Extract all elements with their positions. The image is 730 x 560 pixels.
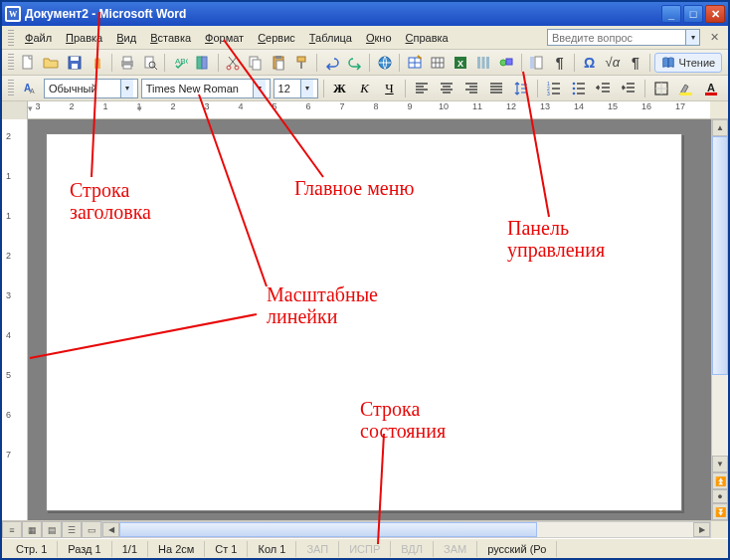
web-view-icon[interactable]: ▦ (22, 521, 42, 538)
next-page-icon[interactable]: ⏬ (712, 503, 728, 520)
normal-view-icon[interactable]: ≡ (2, 521, 22, 538)
drawing-icon[interactable] (496, 52, 517, 74)
svg-rect-54 (680, 93, 692, 95)
spellcheck-icon[interactable]: ABC (169, 52, 190, 74)
menu-file[interactable]: Файл (18, 29, 59, 47)
line-spacing-icon[interactable] (510, 78, 532, 99)
hscroll-thumb[interactable] (119, 522, 537, 537)
menu-tools[interactable]: Сервис (251, 29, 302, 47)
status-pages[interactable]: 1/1 (112, 541, 148, 557)
prev-page-icon[interactable]: ⏫ (712, 472, 728, 489)
align-center-icon[interactable] (436, 78, 457, 99)
pilcrow2-icon[interactable]: ¶ (625, 52, 645, 74)
alpha-icon[interactable]: √α (602, 52, 623, 74)
menu-view[interactable]: Вид (109, 29, 143, 47)
bullet-list-icon[interactable] (568, 78, 590, 99)
scroll-up-icon[interactable]: ▲ (712, 119, 728, 136)
svg-rect-4 (71, 57, 79, 61)
close-button[interactable]: ✕ (705, 5, 725, 23)
tables-borders-icon[interactable] (404, 52, 425, 74)
status-col[interactable]: Кол 1 (248, 541, 296, 557)
status-ovr[interactable]: ЗАМ (434, 541, 477, 557)
svg-rect-24 (297, 57, 305, 62)
reading-view-icon[interactable]: ▭ (82, 521, 101, 538)
menu-insert[interactable]: Вставка (143, 29, 198, 47)
formatting-toolbar: AA Обычный▾ Times New Roman▾ 12▾ Ж К Ч 1… (2, 76, 728, 101)
font-color-icon[interactable]: A (700, 78, 722, 99)
redo-icon[interactable] (344, 52, 365, 74)
scroll-thumb[interactable] (712, 136, 728, 375)
svg-rect-37 (482, 57, 485, 69)
minimize-button[interactable]: _ (661, 5, 681, 23)
reading-label: Чтение (678, 57, 715, 69)
insert-table-icon[interactable] (427, 52, 448, 74)
borders-icon[interactable] (650, 78, 672, 99)
preview-icon[interactable] (139, 52, 160, 74)
excel-icon[interactable]: X (451, 52, 471, 74)
permission-icon[interactable] (87, 52, 107, 74)
align-justify-icon[interactable] (485, 78, 507, 99)
status-line[interactable]: Ст 1 (205, 541, 248, 557)
indent-icon[interactable] (618, 78, 639, 99)
status-page[interactable]: Стр. 1 (6, 541, 58, 557)
status-lang[interactable]: русский (Ро (477, 541, 557, 557)
open-icon[interactable] (41, 52, 62, 74)
menu-table[interactable]: Таблица (302, 29, 359, 47)
status-section[interactable]: Разд 1 (58, 541, 111, 557)
size-combo[interactable]: 12▾ (274, 79, 318, 98)
horizontal-ruler[interactable]: 3211234567891011121314151617▾▾ (2, 101, 728, 119)
status-bar: Стр. 1 Разд 1 1/1 На 2см Ст 1 Кол 1 ЗАП … (2, 538, 728, 558)
vertical-ruler[interactable]: 211234567 (2, 119, 28, 520)
hyperlink-icon[interactable] (374, 52, 395, 74)
scroll-right-icon[interactable]: ▶ (693, 522, 710, 537)
menu-edit[interactable]: Правка (59, 29, 109, 47)
special-char-icon[interactable]: Ω (579, 52, 600, 74)
bold-button[interactable]: Ж (329, 78, 351, 99)
scroll-down-icon[interactable]: ▼ (712, 456, 728, 472)
cut-icon[interactable] (223, 52, 244, 74)
align-left-icon[interactable] (411, 78, 433, 99)
status-trk[interactable]: ИСПР (339, 541, 391, 557)
italic-button[interactable]: К (354, 78, 376, 99)
browse-object-icon[interactable]: ● (712, 489, 728, 503)
print-icon[interactable] (116, 52, 137, 74)
font-combo[interactable]: Times New Roman▾ (141, 79, 271, 98)
save-icon[interactable] (64, 52, 85, 74)
highlight-icon[interactable] (675, 78, 697, 99)
paste-icon[interactable] (269, 52, 289, 74)
status-rec[interactable]: ЗАП (296, 541, 339, 557)
status-at[interactable]: На 2см (148, 541, 205, 557)
undo-icon[interactable] (321, 52, 342, 74)
print-view-icon[interactable]: ▤ (42, 521, 62, 538)
doc-map-icon[interactable] (526, 52, 547, 74)
menu-format[interactable]: Формат (198, 29, 251, 47)
reading-layout-button[interactable]: Чтение (654, 53, 722, 73)
new-doc-icon[interactable] (18, 52, 39, 74)
research-icon[interactable] (193, 52, 214, 74)
underline-button[interactable]: Ч (378, 78, 400, 99)
maximize-button[interactable]: □ (683, 5, 703, 23)
style-combo[interactable]: Обычный▾ (44, 79, 138, 98)
styles-pane-icon[interactable]: AA (19, 78, 41, 99)
chevron-down-icon: ▾ (300, 80, 313, 97)
menu-help[interactable]: Справка (399, 29, 456, 47)
numbered-list-icon[interactable]: 123 (543, 78, 565, 99)
menu-window[interactable]: Окно (359, 29, 399, 47)
columns-icon[interactable] (473, 52, 494, 74)
vertical-scrollbar[interactable]: ▲ ▼ ⏫ ● ⏬ (711, 119, 728, 520)
document-page[interactable] (46, 133, 682, 511)
show-marks-icon[interactable]: ¶ (549, 52, 570, 74)
scroll-left-icon[interactable]: ◀ (102, 522, 119, 537)
horizontal-scrollbar[interactable]: ◀ ▶ (101, 521, 711, 538)
ask-dropdown-icon[interactable]: ▾ (686, 29, 700, 46)
outline-view-icon[interactable]: ☰ (62, 521, 82, 538)
format-painter-icon[interactable] (291, 52, 312, 74)
outdent-icon[interactable] (593, 78, 615, 99)
align-right-icon[interactable] (460, 78, 482, 99)
status-ext[interactable]: ВДЛ (391, 541, 434, 557)
copy-icon[interactable] (246, 52, 267, 74)
window-title: Документ2 - Microsoft Word (25, 7, 661, 21)
ask-question-input[interactable] (547, 29, 686, 46)
doc-close-button[interactable]: ✕ (706, 30, 722, 46)
svg-point-39 (500, 60, 506, 66)
